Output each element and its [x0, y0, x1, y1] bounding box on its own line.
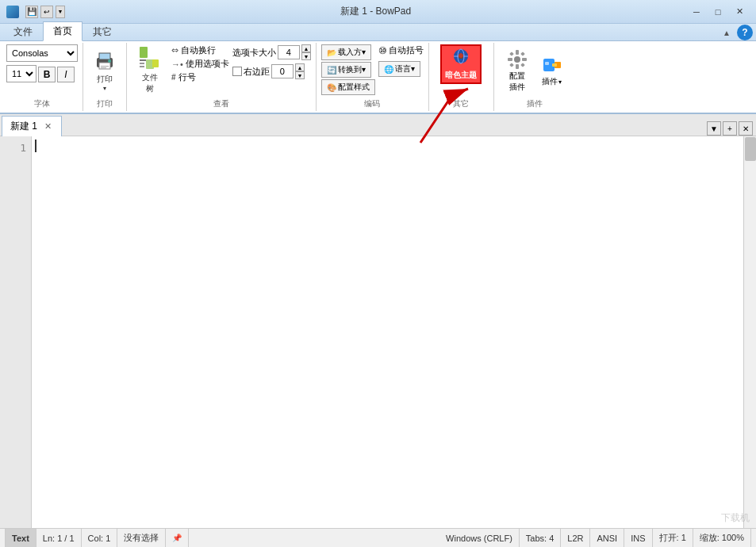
svg-rect-23 — [509, 63, 514, 67]
other-group: 暗色主题 其它 — [431, 43, 494, 111]
editor-area: 1 — [0, 136, 756, 528]
maximize-button[interactable]: □ — [708, 4, 728, 20]
font-size-select[interactable]: 11 — [6, 65, 36, 82]
status-tabs[interactable]: Tabs: 4 — [520, 529, 561, 547]
save-icon[interactable]: 💾 — [25, 6, 38, 18]
status-encoding[interactable]: ANSI — [590, 529, 624, 547]
print-group-content: 打印 ▾ — [88, 44, 121, 97]
file-tree-button[interactable]: 文件树 — [132, 44, 168, 97]
ribbon-tabs: 文件 首页 其它 ▲ ? — [0, 24, 756, 41]
vertical-scrollbar[interactable] — [743, 136, 756, 528]
convert-label: 转换到▾ — [338, 64, 366, 75]
tab-size-down[interactable]: ▼ — [301, 52, 311, 60]
tab-bar: 新建 1 ✕ ▼ + ✕ — [0, 114, 756, 136]
tab-close-button[interactable]: ✕ — [42, 121, 53, 132]
dropdown-icon[interactable]: ▼ — [56, 6, 65, 18]
auto-bracket-icon: ⑩ — [378, 45, 387, 56]
minimize-button[interactable]: ─ — [686, 4, 707, 20]
tab-home[interactable]: 首页 — [43, 21, 83, 41]
right-margin-label: 右边距 — [244, 66, 270, 78]
tab-size-input[interactable] — [278, 45, 300, 59]
tab-other[interactable]: 其它 — [83, 22, 122, 41]
config-style-icon: 🎨 — [327, 83, 336, 92]
other-group-label: 其它 — [453, 98, 469, 109]
code-group-content: 📂 载入方▾ 🔄 转换到▾ 🎨 — [321, 44, 424, 97]
dark-theme-icon — [452, 48, 470, 68]
status-line-ending[interactable]: Windows (CRLF) — [439, 529, 520, 547]
configure-plugin-button[interactable]: 配置插件 — [502, 44, 532, 97]
svg-rect-28 — [545, 62, 549, 65]
configure-plugin-icon — [506, 48, 528, 71]
scrollbar-thumb[interactable] — [745, 137, 756, 161]
svg-point-5 — [108, 59, 111, 63]
tab-dropdown-button[interactable]: ▼ — [707, 121, 721, 136]
right-margin-input[interactable] — [271, 64, 294, 78]
language-button[interactable]: 🌐 语言▾ — [378, 61, 420, 77]
plugin-icon — [541, 54, 563, 76]
file-tree-label: 文件树 — [142, 72, 158, 94]
ribbon-toolbar: Consolas 11 B I 字体 — [0, 41, 756, 114]
svg-rect-19 — [508, 58, 512, 61]
svg-rect-21 — [509, 52, 514, 56]
print-group: 打印 ▾ 打印 — [85, 43, 127, 111]
undo-icon[interactable]: ↩ — [40, 6, 53, 18]
italic-button[interactable]: I — [57, 67, 75, 82]
ribbon-collapse-button[interactable]: ▲ — [720, 25, 734, 40]
svg-rect-17 — [516, 50, 519, 55]
view-group-content: 文件树 ⇔ 自动换行 →• 使用选项卡 # — [132, 44, 311, 97]
code-group: 📂 载入方▾ 🔄 转换到▾ 🎨 — [318, 43, 429, 111]
plugin-group-content: 配置插件 插件▾ — [502, 44, 567, 97]
tab-actions: ▼ + ✕ — [707, 121, 756, 136]
print-label: 打印 — [97, 74, 113, 85]
status-l2r[interactable]: L2R — [561, 529, 590, 547]
tab-file[interactable]: 文件 — [3, 22, 43, 41]
tab-size-label: 选项卡大小 — [232, 47, 276, 59]
svg-rect-18 — [516, 64, 519, 69]
tab-add-button[interactable]: + — [723, 121, 737, 136]
tab-label: 新建 1 — [10, 120, 37, 133]
document-tab[interactable]: 新建 1 ✕ — [2, 116, 62, 136]
language-label: 语言▾ — [395, 63, 415, 75]
plugin-button[interactable]: 插件▾ — [537, 50, 567, 91]
svg-rect-11 — [152, 59, 159, 67]
right-margin-spinner: ▲ ▼ — [295, 63, 305, 79]
editor-content[interactable] — [32, 136, 743, 528]
convert-icon: 🔄 — [327, 66, 336, 75]
title-controls[interactable]: ─ □ ✕ — [686, 4, 750, 20]
svg-rect-22 — [520, 52, 525, 56]
plugin-group-label: 插件 — [527, 98, 543, 109]
plugin-label: 插件▾ — [542, 76, 562, 87]
right-margin-checkbox[interactable] — [232, 67, 242, 76]
svg-rect-3 — [101, 66, 109, 67]
tab-close-all-button[interactable]: ✕ — [739, 121, 753, 136]
config-style-label: 配置样式 — [338, 82, 370, 93]
tab-size-up[interactable]: ▲ — [301, 44, 311, 52]
print-dropdown: ▾ — [103, 85, 106, 92]
bold-button[interactable]: B — [38, 67, 56, 82]
font-controls: Consolas 11 B I — [6, 44, 78, 82]
line-number-1: 1 — [0, 140, 26, 155]
help-button[interactable]: ? — [737, 25, 753, 40]
convert-to-button[interactable]: 🔄 转换到▾ — [321, 62, 371, 78]
svg-rect-27 — [552, 63, 557, 67]
file-tree-icon — [137, 47, 163, 72]
svg-rect-4 — [101, 67, 106, 68]
title-bar-icons: 💾 ↩ ▼ — [6, 6, 65, 18]
right-margin-down[interactable]: ▼ — [295, 71, 305, 79]
load-in-label: 载入方▾ — [338, 47, 366, 58]
title-bar: 💾 ↩ ▼ 新建 1 - BowPad ─ □ ✕ — [0, 0, 756, 24]
print-button[interactable]: 打印 ▾ — [88, 44, 121, 96]
view-group: 文件树 ⇔ 自动换行 →• 使用选项卡 # — [129, 43, 317, 111]
dark-theme-button[interactable]: 暗色主题 — [440, 44, 482, 84]
font-family-select[interactable]: Consolas — [6, 44, 78, 62]
right-margin-up[interactable]: ▲ — [295, 63, 305, 71]
close-button[interactable]: ✕ — [729, 4, 750, 20]
window-title: 新建 1 - BowPad — [65, 5, 686, 18]
status-line-col: Ln: 1 / 1 — [36, 529, 82, 547]
config-style-button[interactable]: 🎨 配置样式 — [321, 79, 375, 95]
other-group-content: 暗色主题 — [440, 44, 482, 97]
load-in-button[interactable]: 📂 载入方▾ — [321, 44, 371, 60]
svg-rect-8 — [140, 63, 144, 64]
status-ins[interactable]: INS — [624, 529, 652, 547]
font-group-label: 字体 — [34, 98, 50, 109]
